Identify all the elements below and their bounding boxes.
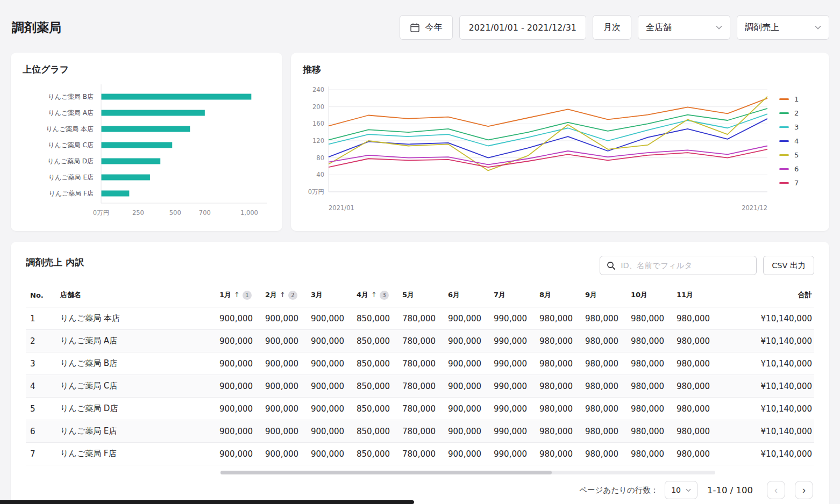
svg-text:2021/01: 2021/01 <box>329 204 354 212</box>
table-header-bar: 調剤売上 内訳 CSV 出力 <box>26 256 814 275</box>
column-header-7[interactable]: 7月 <box>489 286 535 307</box>
filter-search-box[interactable] <box>600 256 757 275</box>
line-chart-legend: 1234567 <box>772 82 799 187</box>
legend-item: 1 <box>779 95 799 103</box>
table-cell: 900,000 <box>215 398 261 420</box>
table-cell: 980,000 <box>627 330 672 352</box>
table-cell: 900,000 <box>215 443 261 465</box>
svg-text:120: 120 <box>312 137 324 145</box>
column-header-[interactable]: 合計 <box>718 286 814 307</box>
column-header-5[interactable]: 5月 <box>398 286 444 307</box>
table-cell: 980,000 <box>672 420 718 443</box>
metric-select[interactable]: 調剤売上 <box>737 15 829 40</box>
date-range-input[interactable]: 2021/01/01 - 2021/12/31 <box>459 15 586 40</box>
table-cell: 900,000 <box>215 420 261 443</box>
svg-text:りんご薬局 B店: りんご薬局 B店 <box>48 93 94 100</box>
table-cell: 980,000 <box>535 375 581 398</box>
table-cell: りんご薬局 本店 <box>56 307 215 330</box>
legend-label: 4 <box>794 137 799 145</box>
table-cell: 990,000 <box>489 375 535 398</box>
store-select-value: 全店舗 <box>646 22 672 33</box>
prev-page-button[interactable]: ‹ <box>767 481 785 499</box>
svg-text:りんご薬局 本店: りんご薬局 本店 <box>46 125 94 133</box>
table-cell: 900,000 <box>444 330 489 352</box>
sort-arrow-icon: ↑ <box>234 291 240 299</box>
top-stores-bar-chart-card: 上位グラフ りんご薬局 B店りんご薬局 A店りんご薬局 本店りんご薬局 C店りん… <box>11 53 282 231</box>
table-cell: 850,000 <box>352 352 398 375</box>
table-cell: 980,000 <box>581 420 627 443</box>
svg-text:0万円: 0万円 <box>308 188 324 196</box>
chevron-down-icon <box>716 25 722 30</box>
table-row: 1りんご薬局 本店900,000900,000900,000850,000780… <box>26 307 814 330</box>
legend-label: 3 <box>794 123 799 131</box>
table-cell: 900,000 <box>444 307 489 330</box>
table-cell: 900,000 <box>444 352 489 375</box>
column-header-10[interactable]: 10月 <box>627 286 672 307</box>
legend-item: 6 <box>779 165 799 173</box>
trend-line-chart: 0万円40801201602002402021/012021/12 <box>303 82 772 217</box>
legend-color-dash <box>779 126 789 128</box>
column-header-11[interactable]: 11月 <box>672 286 718 307</box>
topbar: 調剤薬局 今年 2021/01/01 - 2021/12/31 月次 全店舗 <box>11 11 829 44</box>
table-header-row: No.店舗名1月↑12月↑23月4月↑35月6月7月8月9月10月11月合計 <box>26 286 814 307</box>
table-cell: 980,000 <box>672 443 718 465</box>
store-select[interactable]: 全店舗 <box>638 15 730 40</box>
table-cell: 4 <box>26 375 56 398</box>
table-horizontal-scrollbar-thumb[interactable] <box>220 471 552 474</box>
column-header-3[interactable]: 3月 <box>307 286 352 307</box>
next-page-button[interactable]: › <box>795 481 813 499</box>
table-cell: 990,000 <box>489 330 535 352</box>
window-horizontal-scrollbar[interactable] <box>0 500 414 504</box>
table-cell: 900,000 <box>307 375 352 398</box>
legend-label: 1 <box>794 95 799 103</box>
table-cell: 980,000 <box>672 375 718 398</box>
svg-text:りんご薬局 D店: りんご薬局 D店 <box>47 157 94 165</box>
table-cell: 900,000 <box>444 420 489 443</box>
table-cell: 980,000 <box>535 443 581 465</box>
table-cell: 2 <box>26 330 56 352</box>
svg-text:240: 240 <box>312 86 324 93</box>
svg-text:りんご薬局 A店: りんご薬局 A店 <box>48 109 94 117</box>
legend-color-dash <box>779 98 789 100</box>
dashboard-page: 調剤薬局 今年 2021/01/01 - 2021/12/31 月次 全店舗 <box>0 0 840 504</box>
table-cell: 900,000 <box>444 375 489 398</box>
column-header-9[interactable]: 9月 <box>581 286 627 307</box>
table-cell: りんご薬局 D店 <box>56 398 215 420</box>
svg-text:りんご薬局 F店: りんご薬局 F店 <box>48 190 94 197</box>
column-header-2[interactable]: 2月↑2 <box>261 286 307 307</box>
table-row: 4りんご薬局 C店900,000900,000900,000850,000780… <box>26 375 814 398</box>
table-cell: 5 <box>26 398 56 420</box>
toolbar-controls: 今年 2021/01/01 - 2021/12/31 月次 全店舗 調剤売上 <box>400 15 829 40</box>
csv-export-button[interactable]: CSV 出力 <box>763 256 814 275</box>
filter-search-input[interactable] <box>621 261 750 270</box>
rows-per-page-label: ページあたりの行数： <box>579 485 658 495</box>
column-header-8[interactable]: 8月 <box>535 286 581 307</box>
this-year-button[interactable]: 今年 <box>400 15 453 40</box>
table-cell: ¥10,140,000 <box>718 398 814 420</box>
table-row: 5りんご薬局 D店900,000900,000900,000850,000780… <box>26 398 814 420</box>
table-cell: 780,000 <box>398 375 444 398</box>
table-cell: 900,000 <box>261 398 307 420</box>
rows-per-page-select[interactable]: 10 <box>665 481 697 499</box>
svg-text:80: 80 <box>316 154 324 162</box>
table-cell: 990,000 <box>489 420 535 443</box>
table-cell: ¥10,140,000 <box>718 375 814 398</box>
legend-color-dash <box>779 140 789 142</box>
table-cell: 980,000 <box>627 307 672 330</box>
legend-color-dash <box>779 168 789 170</box>
table-cell: 980,000 <box>672 352 718 375</box>
table-actions: CSV 出力 <box>600 256 814 275</box>
column-header-1[interactable]: 1月↑1 <box>215 286 261 307</box>
column-header-6[interactable]: 6月 <box>444 286 489 307</box>
column-header-4[interactable]: 4月↑3 <box>352 286 398 307</box>
bar-chart-title: 上位グラフ <box>23 63 270 76</box>
period-button[interactable]: 月次 <box>593 15 631 40</box>
table-cell: 980,000 <box>581 443 627 465</box>
table-cell: 980,000 <box>535 352 581 375</box>
table-cell: 900,000 <box>307 352 352 375</box>
svg-text:1,000: 1,000 <box>240 209 258 217</box>
svg-text:700: 700 <box>199 209 211 217</box>
table-cell: 780,000 <box>398 307 444 330</box>
svg-text:2021/12: 2021/12 <box>742 204 767 212</box>
table-cell: 980,000 <box>627 443 672 465</box>
